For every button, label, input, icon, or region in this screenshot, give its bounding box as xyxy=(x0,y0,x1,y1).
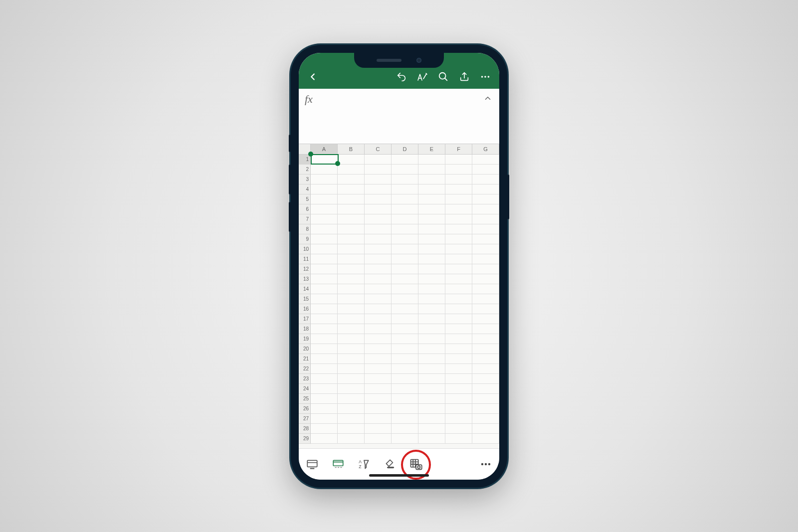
cell[interactable] xyxy=(311,294,338,304)
cell[interactable] xyxy=(392,424,418,434)
cell[interactable] xyxy=(418,314,445,324)
cell[interactable] xyxy=(365,334,392,344)
highlight-fill-button[interactable] xyxy=(382,456,399,473)
cell[interactable] xyxy=(311,254,338,264)
cell[interactable] xyxy=(472,184,499,194)
cell[interactable] xyxy=(472,384,499,394)
cell[interactable] xyxy=(445,194,472,204)
cell[interactable] xyxy=(311,184,338,194)
cell[interactable] xyxy=(472,284,499,294)
cell[interactable] xyxy=(311,324,338,334)
cell[interactable] xyxy=(472,175,499,184)
card-view-button[interactable] xyxy=(304,456,321,473)
cell[interactable] xyxy=(338,434,365,444)
cell[interactable] xyxy=(392,224,418,234)
cell[interactable] xyxy=(338,175,365,184)
cell[interactable] xyxy=(392,334,418,344)
toolbar-more-button[interactable] xyxy=(477,456,494,473)
row-header[interactable]: 14 xyxy=(299,284,311,294)
column-header[interactable]: C xyxy=(365,144,392,155)
row-header[interactable]: 6 xyxy=(299,204,311,214)
row-header[interactable]: 17 xyxy=(299,314,311,324)
cell[interactable] xyxy=(392,344,418,354)
cell[interactable] xyxy=(418,274,445,284)
cell[interactable] xyxy=(392,354,418,364)
cell[interactable] xyxy=(392,155,418,165)
row-header[interactable]: 5 xyxy=(299,194,311,204)
row-header[interactable]: 19 xyxy=(299,334,311,344)
cell[interactable] xyxy=(445,414,472,424)
data-from-picture-button[interactable] xyxy=(407,456,424,473)
cell[interactable] xyxy=(392,434,418,444)
row-header[interactable]: 20 xyxy=(299,344,311,354)
cell[interactable] xyxy=(445,155,472,165)
column-header[interactable]: G xyxy=(472,144,499,155)
cell[interactable] xyxy=(445,204,472,214)
cell[interactable] xyxy=(365,414,392,424)
cell[interactable] xyxy=(338,364,365,374)
row-header[interactable]: 25 xyxy=(299,394,311,404)
cell[interactable] xyxy=(311,404,338,414)
cell[interactable] xyxy=(418,165,445,175)
column-header[interactable]: A xyxy=(311,144,338,155)
spreadsheet-grid[interactable]: ABCDEFG123456789101112131415161718192021… xyxy=(299,144,499,448)
cell[interactable] xyxy=(311,175,338,184)
cell[interactable] xyxy=(365,214,392,224)
column-header[interactable]: B xyxy=(338,144,365,155)
cell[interactable] xyxy=(392,274,418,284)
cell[interactable] xyxy=(338,234,365,244)
cell[interactable] xyxy=(365,424,392,434)
cell[interactable] xyxy=(338,334,365,344)
cell[interactable] xyxy=(418,384,445,394)
row-header[interactable]: 15 xyxy=(299,294,311,304)
cell[interactable] xyxy=(338,194,365,204)
row-header[interactable]: 3 xyxy=(299,175,311,184)
column-header[interactable]: F xyxy=(445,144,472,155)
cell[interactable] xyxy=(445,274,472,284)
cell[interactable] xyxy=(445,394,472,404)
cell[interactable] xyxy=(472,424,499,434)
cell[interactable] xyxy=(365,294,392,304)
cell[interactable] xyxy=(418,234,445,244)
row-header[interactable]: 9 xyxy=(299,234,311,244)
home-indicator[interactable] xyxy=(369,474,429,477)
cell[interactable] xyxy=(392,234,418,244)
cell[interactable] xyxy=(338,254,365,264)
row-header[interactable]: 13 xyxy=(299,274,311,284)
cell[interactable] xyxy=(338,384,365,394)
row-header[interactable]: 29 xyxy=(299,434,311,444)
cell[interactable] xyxy=(472,364,499,374)
cell[interactable] xyxy=(338,204,365,214)
cell[interactable] xyxy=(472,224,499,234)
more-button[interactable] xyxy=(476,68,494,86)
cell[interactable] xyxy=(418,374,445,384)
cell[interactable] xyxy=(311,264,338,274)
cell[interactable] xyxy=(338,424,365,434)
cell[interactable] xyxy=(472,254,499,264)
cell[interactable] xyxy=(365,204,392,214)
cell[interactable] xyxy=(472,294,499,304)
cell[interactable] xyxy=(311,274,338,284)
cell[interactable] xyxy=(418,344,445,354)
sort-filter-button[interactable]: A Z xyxy=(356,456,373,473)
row-header[interactable]: 28 xyxy=(299,424,311,434)
cell[interactable] xyxy=(472,274,499,284)
cell[interactable] xyxy=(472,234,499,244)
cell[interactable] xyxy=(311,314,338,324)
cell[interactable] xyxy=(311,384,338,394)
cell[interactable] xyxy=(311,214,338,224)
cell[interactable] xyxy=(392,394,418,404)
cell[interactable] xyxy=(472,244,499,254)
cell[interactable] xyxy=(418,204,445,214)
cell[interactable] xyxy=(392,324,418,334)
cell[interactable] xyxy=(311,204,338,214)
cell[interactable] xyxy=(338,324,365,334)
cell[interactable] xyxy=(445,214,472,224)
row-header[interactable]: 24 xyxy=(299,384,311,394)
cell[interactable] xyxy=(445,184,472,194)
cell[interactable] xyxy=(365,184,392,194)
cell[interactable] xyxy=(338,304,365,314)
cell[interactable] xyxy=(365,194,392,204)
cell[interactable] xyxy=(365,175,392,184)
cell[interactable] xyxy=(472,204,499,214)
